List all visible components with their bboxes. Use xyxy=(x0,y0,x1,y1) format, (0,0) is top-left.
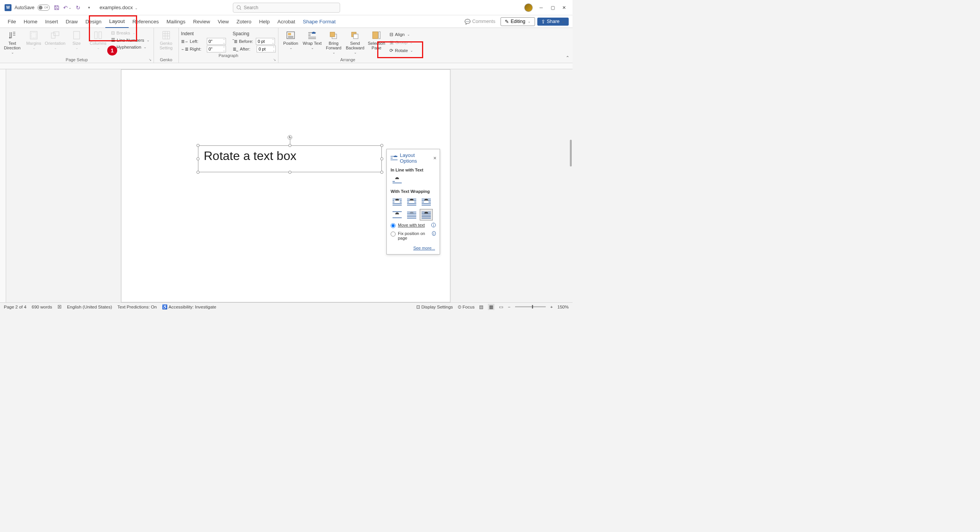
scrollbar-thumb[interactable] xyxy=(570,140,572,166)
word-count[interactable]: 690 words xyxy=(32,305,52,309)
language-indicator[interactable]: English (United States) xyxy=(67,305,112,309)
send-backward-button[interactable]: Send Backward⌄ xyxy=(345,29,365,55)
read-mode-icon[interactable]: ▤ xyxy=(479,304,483,310)
search-icon xyxy=(236,5,242,10)
spellcheck-icon[interactable]: ☒ xyxy=(57,304,62,310)
zoom-out-icon[interactable]: − xyxy=(508,305,510,309)
resize-handle-s[interactable] xyxy=(288,171,291,174)
print-layout-icon[interactable]: ▦ xyxy=(488,304,494,310)
tab-file[interactable]: File xyxy=(4,15,20,28)
spacing-after-icon: ☰_ xyxy=(233,47,239,51)
search-box[interactable]: Search xyxy=(233,3,340,13)
pencil-icon: ✎ xyxy=(505,19,509,24)
tab-shape-format[interactable]: Shape Format xyxy=(299,15,340,28)
tab-mailings[interactable]: Mailings xyxy=(163,15,190,28)
vertical-ruler[interactable] xyxy=(0,69,6,302)
tab-draw[interactable]: Draw xyxy=(62,15,82,28)
wrap-through-option[interactable] xyxy=(420,196,433,207)
resize-handle-sw[interactable] xyxy=(196,171,200,174)
wrap-infront-option[interactable] xyxy=(420,209,433,220)
textbox-text[interactable]: Rotate a text box xyxy=(198,146,381,166)
text-direction-button[interactable]: Text Direction⌄ xyxy=(2,29,22,55)
fix-position-radio[interactable]: Fix position on pagei xyxy=(388,230,438,242)
resize-handle-n[interactable] xyxy=(288,144,291,147)
share-button[interactable]: ⇪Share⌄ xyxy=(537,18,569,26)
move-with-text-radio[interactable]: Move with texti xyxy=(388,221,438,230)
wrap-topbottom-option[interactable] xyxy=(391,209,404,220)
size-icon xyxy=(71,30,82,40)
group-icon: ▣ xyxy=(389,40,394,45)
spacing-after-input[interactable]: 0 pt xyxy=(257,46,276,52)
ribbon-collapse-icon[interactable]: ⌃ xyxy=(566,55,569,60)
spacing-before-input[interactable]: 0 pt xyxy=(256,38,275,45)
tab-home[interactable]: Home xyxy=(20,15,41,28)
wrap-behind-option[interactable] xyxy=(405,209,418,220)
horizontal-ruler[interactable] xyxy=(0,63,573,69)
close-icon[interactable]: ✕ xyxy=(561,5,567,11)
layout-options-title: Layout Options xyxy=(400,152,433,164)
zoom-in-icon[interactable]: + xyxy=(550,305,553,309)
display-settings[interactable]: ⊡ Display Settings xyxy=(416,304,453,310)
rotate-handle[interactable]: ↻ xyxy=(288,135,292,140)
tab-review[interactable]: Review xyxy=(189,15,214,28)
see-more-link[interactable]: See more... xyxy=(413,246,435,250)
tab-references[interactable]: References xyxy=(129,15,163,28)
document-name[interactable]: examples.docx ⌄ xyxy=(100,5,138,10)
svg-rect-6 xyxy=(95,32,97,39)
zoom-slider[interactable] xyxy=(515,306,546,307)
accessibility-checker[interactable]: ♿ Accessibility: Investigate xyxy=(162,304,216,310)
redo-icon[interactable]: ↻ xyxy=(74,4,82,11)
resize-handle-w[interactable] xyxy=(196,157,200,160)
tab-help[interactable]: Help xyxy=(255,15,274,28)
rotate-button[interactable]: ⟳Rotate⌄ xyxy=(388,47,415,54)
tab-insert[interactable]: Insert xyxy=(41,15,62,28)
zoom-level[interactable]: 150% xyxy=(558,305,569,309)
comment-icon: 💬 xyxy=(465,19,471,24)
autosave-toggle[interactable]: Off xyxy=(38,5,50,11)
paragraph-launcher[interactable]: ↘ xyxy=(273,58,277,62)
tab-zotero[interactable]: Zotero xyxy=(233,15,255,28)
page-indicator[interactable]: Page 2 of 4 xyxy=(4,305,26,309)
wrap-inline-option[interactable] xyxy=(391,175,404,186)
wrap-tight-option[interactable] xyxy=(405,196,418,207)
position-button[interactable]: Position⌄ xyxy=(281,29,301,51)
breaks-icon: ⊟ xyxy=(111,30,115,36)
selection-pane-button[interactable]: Selection Pane xyxy=(366,29,386,51)
document-page[interactable]: ↻ Rotate a text box Layout Options ✕ In … xyxy=(121,69,450,302)
focus-mode[interactable]: ⊙ Focus xyxy=(458,304,475,310)
resize-handle-nw[interactable] xyxy=(196,144,200,147)
align-button[interactable]: ⊟Align⌄ xyxy=(388,31,415,38)
comments-button[interactable]: 💬Comments xyxy=(461,19,498,24)
tab-view[interactable]: View xyxy=(214,15,232,28)
indent-left-input[interactable]: 0" xyxy=(207,38,226,45)
web-layout-icon[interactable]: ▭ xyxy=(499,304,503,310)
indent-right-input[interactable]: 0" xyxy=(207,46,226,52)
tab-acrobat[interactable]: Acrobat xyxy=(273,15,299,28)
info-icon[interactable]: i xyxy=(431,223,436,227)
inline-section-label: In Line with Text xyxy=(388,165,438,174)
resize-handle-ne[interactable] xyxy=(380,144,383,147)
layout-options-close-icon[interactable]: ✕ xyxy=(433,156,437,161)
minimize-icon[interactable]: ─ xyxy=(538,5,544,11)
save-icon[interactable] xyxy=(53,4,61,11)
editing-mode-button[interactable]: ✎Editing⌄ xyxy=(501,17,535,26)
tab-layout[interactable]: Layout xyxy=(105,15,129,28)
textbox-shape[interactable]: ↻ Rotate a text box xyxy=(198,145,382,172)
tab-design[interactable]: Design xyxy=(82,15,105,28)
page-setup-launcher[interactable]: ↘ xyxy=(149,58,152,62)
user-avatar[interactable] xyxy=(524,3,533,12)
line-numbers-button[interactable]: ☰Line Numbers⌄ xyxy=(110,37,151,44)
resize-handle-e[interactable] xyxy=(380,157,383,160)
maximize-icon[interactable]: ▢ xyxy=(550,5,556,11)
wrap-text-button[interactable]: Wrap Text⌄ xyxy=(302,29,322,51)
svg-point-0 xyxy=(237,5,240,9)
wrap-square-option[interactable] xyxy=(391,196,404,207)
qat-customize-icon[interactable]: ▾ xyxy=(85,4,93,11)
resize-handle-se[interactable] xyxy=(380,171,383,174)
text-predictions[interactable]: Text Predictions: On xyxy=(118,305,157,309)
undo-icon[interactable]: ↶⌄ xyxy=(64,4,71,11)
svg-rect-14 xyxy=(353,34,358,39)
info-icon[interactable]: i xyxy=(432,231,436,236)
bring-forward-button[interactable]: Bring Forward⌄ xyxy=(324,29,344,55)
orientation-button: Orientation⌄ xyxy=(45,29,65,51)
